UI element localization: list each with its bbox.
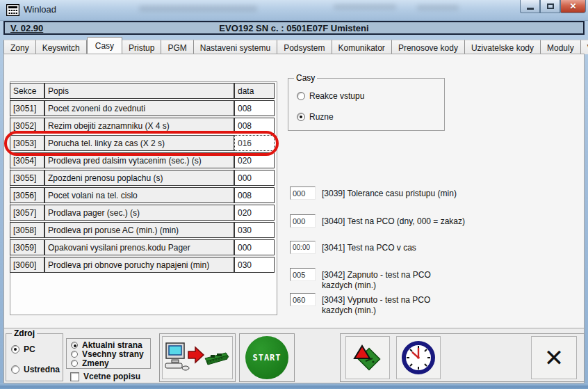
radio-ustredna[interactable]: Ustredna <box>11 365 60 374</box>
tab-casy[interactable]: Casy <box>87 37 122 54</box>
tab-strip: Zony Keyswitch Casy Pristup PGM Nastaven… <box>3 37 585 54</box>
start-icon: START <box>245 336 288 379</box>
title-bar: Winload ✕ <box>0 0 588 21</box>
field-3042: 005 [3042] Zapnuto - test na PCOkazdych … <box>290 268 431 291</box>
table-row-highlighted: [3053] Porucha tel. linky za cas (X 2 s)… <box>10 135 275 151</box>
field-3040-label: [3040] Test na PCO (dny, 000 = zakaz) <box>322 214 465 227</box>
tab-zony[interactable]: Zony <box>3 40 36 54</box>
minimize-icon <box>527 8 534 10</box>
field-3043-input[interactable]: 060 <box>290 293 316 306</box>
window-border-right <box>585 21 588 389</box>
column-header-sekce: Sekce <box>10 83 44 99</box>
window-border-bottom <box>0 383 588 389</box>
column-header-data: data <box>234 83 275 99</box>
tab-prenosove-kody[interactable]: Prenosove kody <box>392 40 465 54</box>
radio-icon <box>71 351 78 358</box>
description-cell: Opakovani vysilani prenos.kodu Pager <box>44 239 234 255</box>
tab-komunikator[interactable]: Komunikator <box>332 40 392 54</box>
glass-reflection <box>139 6 257 12</box>
send-to-panel-button[interactable] <box>162 336 233 379</box>
table-row: [3055] Zpozdeni prenosu poplachu (s) 000 <box>10 170 275 186</box>
column-header-popis: Popis <box>44 83 234 99</box>
clock-button[interactable] <box>396 336 441 379</box>
table-row: [3059] Opakovani vysilani prenos.kodu Pa… <box>10 239 275 255</box>
computer-to-panel-icon <box>165 340 230 375</box>
glass-reflection <box>417 5 459 10</box>
data-cell[interactable]: 020 <box>234 205 275 221</box>
window-title: Winload <box>24 4 56 15</box>
radio-reakce-vstupu[interactable]: Reakce vstupu <box>297 91 364 101</box>
section-cell: [3054] <box>10 152 44 168</box>
section-cell: [3052] <box>10 118 44 134</box>
section-cell: [3056] <box>10 187 44 203</box>
section-cell: [3057] <box>10 205 44 221</box>
close-button[interactable]: ✕ <box>560 0 586 13</box>
trouble-button[interactable] <box>345 336 390 379</box>
table-row: [3056] Pocet volani na tel. cislo 008 <box>10 187 275 203</box>
clock-icon <box>401 340 436 375</box>
field-3043: 060 [3043] Vypnuto - test na PCOkazdych … <box>290 293 430 316</box>
radio-zmeny[interactable]: Zmeny <box>71 358 109 368</box>
table-row: [3057] Prodlava pager (sec.) (s) 020 <box>10 205 275 221</box>
table-row: [3052] Rezim obejiti zaznamniku (X 4 s) … <box>10 118 275 134</box>
casy-group-title: Casy <box>294 73 317 83</box>
field-3041-label: [3041] Test na PCO v cas <box>322 241 416 253</box>
data-cell[interactable]: 030 <box>234 257 275 273</box>
tab-pgm[interactable]: PGM <box>161 40 193 54</box>
tab-nastaveni-systemu[interactable]: Nastaveni systemu <box>194 40 277 54</box>
description-cell: Pocet volani na tel. cislo <box>44 187 234 203</box>
data-cell[interactable]: 000 <box>234 239 275 255</box>
field-3040-input[interactable]: 000 <box>290 214 316 228</box>
tab-vdmp3[interactable]: VDMP3 <box>581 40 588 54</box>
field-3042-label: [3042] Zapnuto - test na PCOkazdych (min… <box>322 268 431 291</box>
section-cell: [3058] <box>10 222 44 238</box>
minimize-button[interactable] <box>520 0 540 13</box>
software-version[interactable]: V. 02.90 <box>10 23 43 33</box>
checkbox-vcetne-popisu[interactable]: Vcetne popisu <box>70 372 140 381</box>
data-cell[interactable]: 000 <box>234 170 275 186</box>
tab-moduly[interactable]: Moduly <box>541 40 581 54</box>
tab-pristup[interactable]: Pristup <box>122 40 161 54</box>
panel-info: EVO192 SN c. : 0501E07F Umisteni <box>5 23 583 33</box>
exit-button[interactable]: ✕ <box>531 336 577 379</box>
maximize-icon <box>547 3 554 9</box>
section-cell: [3053] <box>10 135 44 151</box>
maximize-button[interactable] <box>540 0 560 13</box>
data-cell[interactable]: 020 <box>234 152 275 168</box>
start-button[interactable]: START <box>242 336 292 379</box>
description-cell: Porucha tel. linky za cas (X 2 s) <box>44 135 234 151</box>
checkbox-icon <box>70 372 79 381</box>
zdroj-groupbox: Zdroj PC Ustredna <box>6 333 63 381</box>
description-cell: Prodleva pred dalsim vytacenim (sec.) (s… <box>44 152 234 168</box>
casy-groupbox: Casy Reakce vstupu Ruzne <box>288 78 445 131</box>
data-cell[interactable]: 030 <box>234 222 275 238</box>
description-cell: Prodleva pri poruse AC (min.) (min) <box>44 222 234 238</box>
winload-app-icon <box>6 4 19 16</box>
field-3041-input[interactable]: 00:00 <box>290 241 316 254</box>
sections-table: Sekce Popis data [3051] Pocet zvoneni do… <box>10 81 277 315</box>
data-cell[interactable]: 008 <box>234 187 275 203</box>
radio-ruzne[interactable]: Ruzne <box>297 112 334 122</box>
tab-uzivatelske-kody[interactable]: Uzivatelske kody <box>465 40 541 54</box>
radio-vsechny-strany[interactable]: Vsechny strany <box>71 349 144 359</box>
radio-aktualni-strana[interactable]: Aktualni strana <box>71 340 142 350</box>
tab-keyswitch[interactable]: Keyswitch <box>36 40 87 54</box>
glass-reflection <box>334 4 396 10</box>
radio-icon <box>71 360 78 367</box>
data-cell[interactable]: 008 <box>234 118 275 134</box>
radio-icon <box>297 92 305 100</box>
table-header-row: Sekce Popis data <box>10 83 275 99</box>
field-3040: 000 [3040] Test na PCO (dny, 000 = zakaz… <box>290 214 465 228</box>
data-cell-focused[interactable]: 016 <box>234 135 275 151</box>
data-cell[interactable]: 008 <box>234 100 275 116</box>
radio-selected-icon <box>297 113 305 121</box>
field-3039-input[interactable]: 000 <box>290 186 316 200</box>
field-3042-input[interactable]: 005 <box>290 268 316 281</box>
radio-icon <box>11 365 19 374</box>
field-3039-label: [3039] Tolerance casu pristupu (min) <box>322 186 457 199</box>
radio-selected-icon <box>11 345 19 354</box>
description-cell: Rezim obejiti zaznamniku (X 4 s) <box>44 118 234 134</box>
section-cell: [3060] <box>10 257 44 273</box>
tab-podsystem[interactable]: Podsystem <box>277 40 332 54</box>
radio-pc[interactable]: PC <box>11 344 35 354</box>
